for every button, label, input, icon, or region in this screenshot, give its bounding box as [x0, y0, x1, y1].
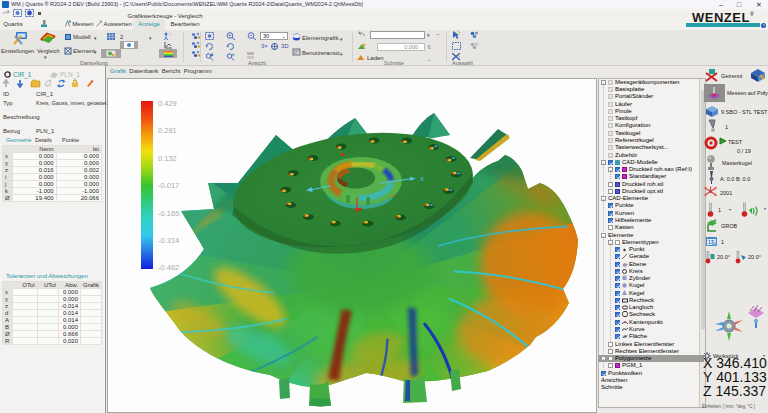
svg-text:0.429: 0.429	[158, 99, 177, 108]
svg-text:X: X	[420, 176, 424, 182]
svg-text:?: ?	[713, 240, 716, 246]
svg-text:0.281: 0.281	[158, 126, 177, 135]
svg-text:-0.314: -0.314	[158, 236, 179, 245]
svg-text:-0.017: -0.017	[158, 181, 179, 190]
svg-text:-0.462: -0.462	[158, 263, 179, 272]
svg-text:-0.165: -0.165	[158, 209, 179, 218]
svg-text:0.132: 0.132	[158, 154, 177, 163]
